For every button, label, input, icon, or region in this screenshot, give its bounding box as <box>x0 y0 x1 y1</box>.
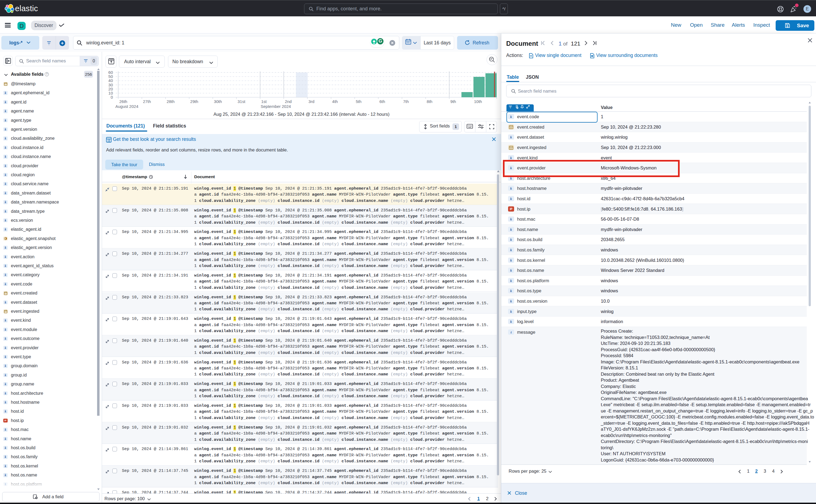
svg-text:4th: 4th <box>332 99 338 104</box>
svg-text:20: 20 <box>108 87 113 91</box>
svg-text:9th: 9th <box>450 99 456 104</box>
svg-text:1st: 1st <box>261 99 267 104</box>
svg-text:0: 0 <box>111 95 113 99</box>
svg-text:10: 10 <box>108 91 113 95</box>
svg-text:27th: 27th <box>143 99 151 104</box>
svg-text:7th: 7th <box>403 99 409 104</box>
svg-text:2nd: 2nd <box>285 99 292 104</box>
svg-text:3rd: 3rd <box>309 99 315 104</box>
svg-text:29th: 29th <box>190 99 198 104</box>
svg-text:30: 30 <box>108 83 113 87</box>
svg-text:August 2024: August 2024 <box>115 104 138 109</box>
svg-text:31st: 31st <box>238 99 246 104</box>
svg-text:50: 50 <box>108 74 113 79</box>
svg-text:8th: 8th <box>427 99 433 104</box>
svg-text:30th: 30th <box>214 99 222 104</box>
svg-text:26th: 26th <box>119 99 127 104</box>
svg-text:6th: 6th <box>379 99 385 104</box>
svg-text:40: 40 <box>108 78 113 83</box>
svg-text:28th: 28th <box>167 99 174 104</box>
svg-text:5th: 5th <box>356 99 362 104</box>
svg-text:60: 60 <box>108 70 113 75</box>
svg-text:10th: 10th <box>474 99 482 104</box>
svg-text:September 2024: September 2024 <box>261 104 291 109</box>
